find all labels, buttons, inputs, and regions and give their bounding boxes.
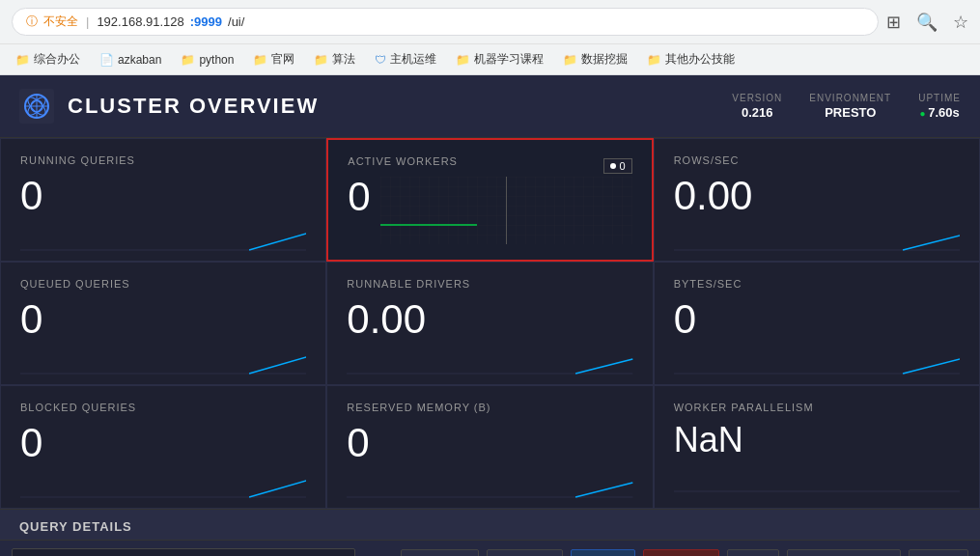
query-details: QUERY DETAILS State: ✓ Running ✓ Queued … xyxy=(0,509,980,556)
stat-value: 0 xyxy=(674,299,960,340)
chart-svg xyxy=(20,348,306,375)
bookmark-star-icon[interactable]: ☆ xyxy=(953,12,968,33)
stat-chart xyxy=(347,471,632,500)
svg-line-16 xyxy=(575,359,632,374)
folder-icon: 📁 xyxy=(253,53,267,67)
stat-label: ROWS/SEC xyxy=(674,154,960,166)
stat-chart xyxy=(20,224,306,253)
folder-icon: 📁 xyxy=(456,53,470,67)
meta-uptime: UPTIME 7.60s xyxy=(918,93,961,120)
stat-label: RUNNABLE DRIVERS xyxy=(347,278,632,290)
app-title-group: CLUSTER OVERVIEW xyxy=(19,89,319,124)
url-path: /ui/ xyxy=(228,14,244,29)
chart-svg xyxy=(674,224,960,251)
query-search-input[interactable] xyxy=(12,548,355,556)
bookmark-shujuwajue[interactable]: 📁 数据挖掘 xyxy=(555,48,635,70)
bookmark-jiqixuexi[interactable]: 📁 机器学习课程 xyxy=(448,48,551,70)
stat-chart xyxy=(674,348,960,376)
translate-icon[interactable]: ⊞ xyxy=(886,12,901,33)
file-icon: 📄 xyxy=(99,53,114,67)
stat-chart xyxy=(674,465,960,494)
stat-value: 0 xyxy=(348,177,370,217)
browser-icons: ⊞ 🔍 ☆ xyxy=(886,12,968,33)
stat-label: ACTIVE WORKERS xyxy=(348,155,458,167)
stat-chart xyxy=(347,348,632,376)
bookmark-guanwang[interactable]: 📁 官网 xyxy=(245,48,302,70)
shield-icon: 🛡 xyxy=(375,53,386,67)
header-meta: VERSION 0.216 ENVIRONMENT PRESTO UPTIME … xyxy=(732,93,961,120)
address-bar: ⓘ 不安全 | 192.168.91.128 :9999 /ui/ ⊞ 🔍 ☆ xyxy=(0,0,980,43)
sort-button[interactable]: Sort ▾ xyxy=(727,549,779,556)
stat-label: RUNNING QUERIES xyxy=(20,154,306,166)
svg-line-18 xyxy=(903,359,960,374)
sparkline-svg xyxy=(380,177,632,244)
version-value: 0.216 xyxy=(732,105,782,120)
chart-svg xyxy=(20,224,306,251)
bookmark-zhujiyunwei[interactable]: 🛡 主机运维 xyxy=(367,48,444,70)
active-workers-badge: 0 xyxy=(603,158,632,174)
stat-value: 0 xyxy=(20,176,306,216)
svg-line-22 xyxy=(575,483,632,497)
folder-icon: 📁 xyxy=(647,53,661,67)
stat-reserved-memory: RESERVED MEMORY (B) 0 xyxy=(326,385,653,509)
stat-active-workers: ACTIVE WORKERS 0 0 xyxy=(326,138,653,262)
stat-chart xyxy=(20,348,306,376)
stat-chart xyxy=(20,471,306,500)
bookmark-python[interactable]: 📁 python xyxy=(173,50,241,70)
address-input[interactable]: ⓘ 不安全 | 192.168.91.128 :9999 /ui/ xyxy=(12,8,879,36)
app-title: CLUSTER OVERVIEW xyxy=(68,94,319,119)
stat-label: WORKER PARALLELISM xyxy=(674,402,960,413)
bookmark-label: 数据挖掘 xyxy=(581,51,628,68)
stat-value: 0 xyxy=(20,423,306,463)
bookmark-suanfa[interactable]: 📁 算法 xyxy=(306,48,363,70)
show-button[interactable]: Show ▾ xyxy=(909,549,968,556)
query-toolbar: State: ✓ Running ✓ Queued Finished Faile… xyxy=(0,541,980,556)
folder-icon: 📁 xyxy=(15,53,30,67)
svg-line-12 xyxy=(903,236,960,250)
stat-running-queries: RUNNING QUERIES 0 xyxy=(0,138,326,262)
stat-value: 0.00 xyxy=(347,299,632,340)
badge-dot xyxy=(610,163,616,169)
badge-value: 0 xyxy=(620,160,626,172)
stat-chart xyxy=(674,224,960,253)
uptime-value: 7.60s xyxy=(918,105,961,120)
mini-sparkline xyxy=(380,177,632,244)
stat-value: 0.00 xyxy=(674,176,960,216)
security-label: 不安全 xyxy=(43,14,78,30)
browser-chrome: ⓘ 不安全 | 192.168.91.128 :9999 /ui/ ⊞ 🔍 ☆ … xyxy=(0,0,980,75)
bookmark-zonghe[interactable]: 📁 综合办公 xyxy=(8,48,88,70)
bookmark-label: 官网 xyxy=(271,51,294,68)
search-icon[interactable]: 🔍 xyxy=(916,12,938,33)
folder-icon: 📁 xyxy=(563,53,577,67)
chart-svg xyxy=(347,471,632,498)
chart-svg xyxy=(674,465,960,492)
bookmark-label: 算法 xyxy=(332,51,355,68)
stats-grid: RUNNING QUERIES 0 ACTIVE WORKERS 0 0 xyxy=(0,138,980,509)
query-details-header: QUERY DETAILS xyxy=(0,510,980,541)
stat-value: 0 xyxy=(20,299,306,340)
stat-rows-sec: ROWS/SEC 0.00 xyxy=(654,138,980,262)
app-header: CLUSTER OVERVIEW VERSION 0.216 ENVIRONME… xyxy=(0,75,980,138)
url-host: 192.168.91.128 xyxy=(97,14,183,29)
chart-svg xyxy=(347,348,632,375)
stat-label: RESERVED MEMORY (B) xyxy=(347,402,632,413)
bookmark-qita[interactable]: 📁 其他办公技能 xyxy=(639,48,742,70)
svg-line-14 xyxy=(249,357,306,374)
bookmark-azkaban[interactable]: 📄 azkaban xyxy=(92,50,169,70)
bookmark-label: 主机运维 xyxy=(390,51,436,68)
folder-icon: 📁 xyxy=(314,53,328,67)
stat-blocked-queries: BLOCKED QUERIES 0 xyxy=(0,385,326,509)
chart-svg xyxy=(674,348,960,375)
bookmark-label: 其他办公技能 xyxy=(665,51,735,68)
environment-value: PRESTO xyxy=(809,105,891,120)
app: CLUSTER OVERVIEW VERSION 0.216 ENVIRONME… xyxy=(0,75,980,556)
url-port: :9999 xyxy=(190,14,222,29)
meta-version: VERSION 0.216 xyxy=(732,93,782,120)
state-finished-button[interactable]: Finished xyxy=(571,549,635,556)
state-queued-button[interactable]: ✓ Queued xyxy=(487,549,563,556)
reorder-interval-button[interactable]: Reorder Interval ▾ xyxy=(787,549,901,556)
state-failed-button[interactable]: Failed ~ ▾ xyxy=(643,549,719,556)
presto-logo xyxy=(19,89,54,124)
state-running-button[interactable]: ✓ Running xyxy=(401,549,479,556)
query-details-title: QUERY DETAILS xyxy=(19,519,132,534)
